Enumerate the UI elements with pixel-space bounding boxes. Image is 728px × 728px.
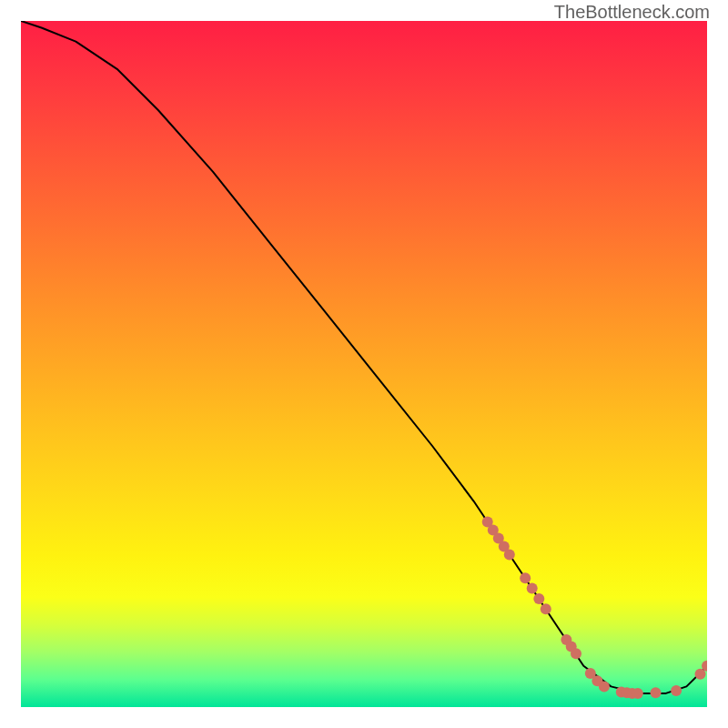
data-marker [632,688,643,699]
frame-right [707,0,728,728]
plot-area [21,21,707,707]
frame-bottom [0,707,728,728]
data-marker [671,685,682,696]
data-marker [541,603,551,614]
frame-left [0,0,21,728]
data-marker [533,593,544,604]
data-marker [571,648,581,659]
watermark-text: TheBottleneck.com [554,2,710,23]
gradient-background [21,21,707,707]
data-marker [504,550,515,561]
chart-svg [21,21,707,707]
data-marker [527,583,538,594]
data-marker [520,572,531,583]
data-marker [599,681,610,692]
data-marker [651,687,662,698]
chart-stage: TheBottleneck.com [0,0,728,728]
